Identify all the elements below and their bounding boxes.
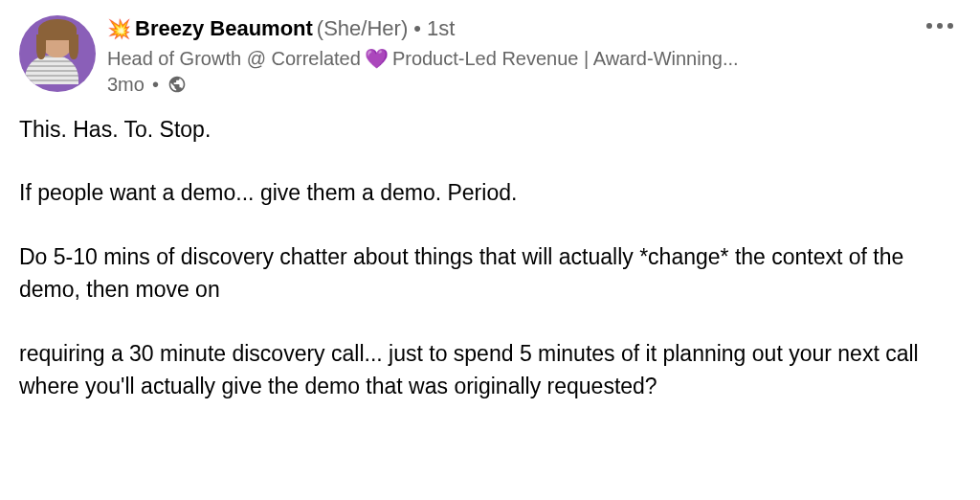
post-age: 3mo	[107, 74, 145, 96]
separator-dot: •	[413, 15, 421, 43]
post-paragraph: If people want a demo... give them a dem…	[19, 176, 961, 210]
post-paragraph: requiring a 30 minute discovery call... …	[19, 337, 961, 403]
post-header: 💥 Breezy Beaumont (She/Her) • 1st Head o…	[19, 15, 961, 96]
author-name[interactable]: Breezy Beaumont	[135, 15, 313, 43]
more-options-button[interactable]	[923, 19, 957, 33]
connection-degree: 1st	[427, 15, 455, 43]
post-meta: 3mo •	[107, 74, 961, 96]
author-headline: Head of Growth @ Correlated 💜 Product-Le…	[107, 45, 961, 72]
purple-heart-icon: 💜	[365, 45, 389, 72]
author-name-line: 💥 Breezy Beaumont (She/Her) • 1st	[107, 15, 961, 43]
post-paragraph: This. Has. To. Stop.	[19, 113, 961, 147]
author-info: 💥 Breezy Beaumont (She/Her) • 1st Head o…	[107, 15, 961, 96]
separator-dot: •	[152, 74, 159, 96]
post-paragraph: Do 5-10 mins of discovery chatter about …	[19, 240, 961, 307]
post-body: This. Has. To. Stop. If people want a de…	[19, 113, 961, 403]
author-avatar[interactable]	[19, 15, 96, 92]
collision-emoji-icon: 💥	[107, 16, 131, 41]
post-container: 💥 Breezy Beaumont (She/Her) • 1st Head o…	[19, 15, 961, 403]
author-pronouns: (She/Her)	[317, 15, 408, 43]
globe-icon	[167, 74, 188, 95]
headline-part2: Product-Led Revenue | Award-Winning...	[392, 45, 739, 72]
headline-part1: Head of Growth @ Correlated	[107, 45, 361, 72]
